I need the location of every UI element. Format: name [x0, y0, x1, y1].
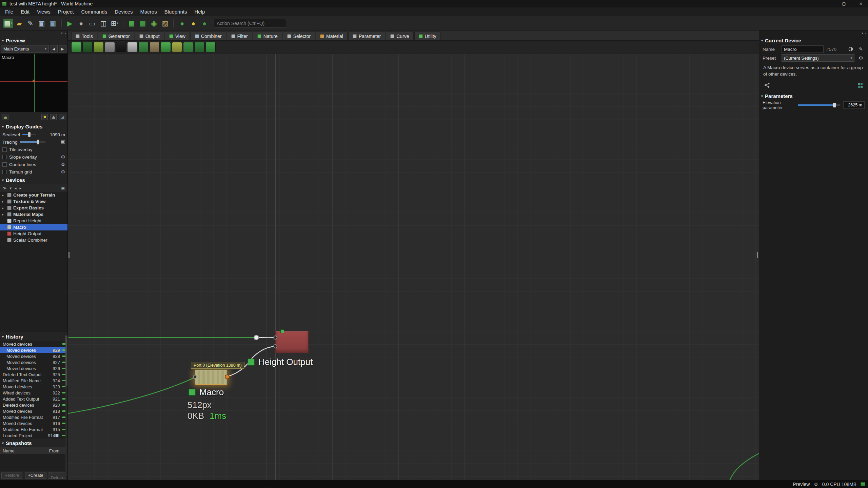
- sealevel-slider[interactable]: [22, 134, 36, 135]
- elevation-parameter-slider[interactable]: [798, 104, 841, 106]
- macro-node[interactable]: [195, 370, 227, 385]
- palette-device-tile[interactable]: [161, 42, 171, 52]
- input-port[interactable]: [273, 344, 277, 348]
- terrain-view-icon[interactable]: [2, 114, 8, 120]
- sidebar-item-export-basics[interactable]: ▸ Export Basics: [0, 205, 67, 211]
- palette-device-tile[interactable]: [183, 42, 193, 52]
- action-search-input[interactable]: [214, 19, 286, 28]
- history-section-header[interactable]: ▾ History: [0, 332, 67, 341]
- render-camera-icon[interactable]: ◉ ▾: [149, 19, 159, 28]
- palette-device-tile[interactable]: [71, 42, 81, 52]
- tree-expand-icon[interactable]: ▸: [2, 206, 5, 210]
- menu-item[interactable]: Macros: [137, 9, 161, 15]
- macro-library-icon[interactable]: [856, 82, 864, 89]
- tile-grid-icon[interactable]: ▦ ▾: [138, 19, 147, 28]
- sidebar-item-create-your-terrain[interactable]: ▸ Create your Terrain: [0, 192, 67, 198]
- slope-shade-icon[interactable]: [59, 114, 65, 120]
- split-view-icon[interactable]: ◫ ▾: [99, 19, 108, 28]
- menu-item[interactable]: Blueprints: [161, 9, 191, 15]
- preview-viewport[interactable]: Macro ✕: [0, 54, 67, 112]
- sidebar-item-macro[interactable]: ▸ Macro: [0, 224, 67, 230]
- sidebar-item-material-maps[interactable]: ▸ Material Maps: [0, 211, 67, 218]
- tab-utility[interactable]: Utility: [414, 32, 441, 40]
- panel-pin-icon[interactable]: ▪: [865, 32, 866, 35]
- toolbar-separator[interactable]: ▾: [61, 19, 62, 27]
- tree-expand-icon[interactable]: ▸: [2, 194, 5, 197]
- slope-overlay-settings-icon[interactable]: ⚙: [61, 154, 65, 160]
- panel-pin-icon[interactable]: ▪: [65, 32, 66, 35]
- node-graph-canvas[interactable]: Height Output Port 0 (Elevation 1380 m) …: [68, 54, 759, 480]
- build-icon[interactable]: ▶ ▾: [65, 19, 75, 28]
- preview-section-header[interactable]: ▾ Preview: [0, 36, 67, 45]
- palette-device-tile[interactable]: [150, 42, 160, 52]
- current-device-header[interactable]: ▾ Current Device: [759, 36, 868, 45]
- material-sphere-icon[interactable]: ● ▾: [189, 19, 198, 28]
- history-row[interactable]: Deleted devices 920: [0, 402, 67, 408]
- panel-collapse-icon[interactable]: ▾: [862, 32, 863, 35]
- sidebar-item-scalar-combiner[interactable]: ▸ Scalar Combiner: [0, 237, 67, 243]
- tab-combiner[interactable]: Combiner: [191, 32, 226, 40]
- tab-parameter[interactable]: Parameter: [348, 32, 385, 40]
- palette-device-tile[interactable]: [82, 42, 93, 52]
- photo-icon[interactable]: ▨ ▾: [160, 19, 170, 28]
- tab-nature[interactable]: Nature: [253, 32, 282, 40]
- history-row[interactable]: Loaded Project 914: [0, 432, 67, 439]
- preset-settings-icon[interactable]: ⚙: [857, 54, 865, 62]
- extent-selector[interactable]: Main Extents ▾: [1, 45, 49, 53]
- forward-icon[interactable]: ▸: [20, 186, 22, 190]
- history-row[interactable]: Moved devices 918: [0, 408, 67, 414]
- terrain-grid-checkbox[interactable]: [2, 170, 7, 174]
- layout-view-icon[interactable]: ▭ ▾: [87, 19, 97, 28]
- slope-overlay-checkbox[interactable]: [2, 155, 7, 159]
- world-icon[interactable]: ● ▾: [76, 19, 86, 28]
- tab-curve[interactable]: Curve: [386, 32, 413, 40]
- palette-device-tile[interactable]: [105, 42, 115, 52]
- lock-layout-icon[interactable]: ▣: [61, 186, 65, 190]
- device-name-input[interactable]: [782, 45, 824, 53]
- palette-device-tile[interactable]: [205, 42, 216, 52]
- snapshots-list[interactable]: [0, 454, 67, 471]
- toolbar-separator[interactable]: ▾: [123, 19, 123, 27]
- sidebar-item-report-height[interactable]: ▸ Report Height: [0, 218, 67, 224]
- open-project-icon[interactable]: ▰ ▾: [15, 19, 24, 28]
- output-port[interactable]: [225, 374, 230, 379]
- menu-item[interactable]: Views: [33, 9, 54, 15]
- history-row[interactable]: Moved devices 927: [0, 359, 67, 365]
- input-port[interactable]: [193, 375, 197, 379]
- tab-generator[interactable]: Generator: [98, 32, 134, 40]
- tree-expand-icon[interactable]: ▸: [2, 200, 5, 203]
- share-icon[interactable]: [763, 82, 771, 89]
- preview-sphere-icon[interactable]: ● ▾: [177, 19, 187, 28]
- mesh-sphere-icon[interactable]: ● ▾: [200, 19, 209, 28]
- collapse-all-icon[interactable]: ▾: [10, 186, 12, 190]
- toolbar-separator[interactable]: ▾: [173, 19, 174, 27]
- node-input-pip[interactable]: [280, 329, 284, 333]
- edit-project-icon[interactable]: ✎ ▾: [26, 19, 35, 28]
- preset-dropdown[interactable]: (Current Settings) ▾: [782, 54, 854, 62]
- grid-view-icon[interactable]: ⊞ ▾: [110, 19, 119, 28]
- lighting-icon[interactable]: [41, 114, 48, 120]
- history-row[interactable]: Wired devices 922: [0, 390, 67, 396]
- menu-item[interactable]: Project: [54, 9, 78, 15]
- tab-output[interactable]: Output: [135, 32, 164, 40]
- tab-filter[interactable]: Filter: [227, 32, 252, 40]
- expand-all-icon[interactable]: ≫: [3, 186, 7, 190]
- elevation-shade-icon[interactable]: [50, 114, 57, 120]
- back-icon[interactable]: ◂: [15, 186, 17, 190]
- contour-lines-checkbox[interactable]: [2, 162, 7, 167]
- history-row[interactable]: Moved devices 926: [0, 365, 67, 371]
- minimize-button[interactable]: —: [820, 0, 834, 7]
- history-row[interactable]: Added Text Output 921: [0, 396, 67, 402]
- close-button[interactable]: ✕: [854, 0, 868, 7]
- display-guides-header[interactable]: ▾ Display Guides: [0, 122, 67, 131]
- panel-collapse-icon[interactable]: ▾: [61, 32, 63, 35]
- edit-name-icon[interactable]: ✎: [857, 45, 865, 53]
- save-as-icon[interactable]: ▣ ▾: [48, 19, 58, 28]
- parameters-header[interactable]: ▾ Parameters: [759, 92, 868, 101]
- menu-item[interactable]: Devices: [111, 9, 136, 15]
- tree-expand-icon[interactable]: ▸: [2, 213, 5, 216]
- tiled-build-icon[interactable]: ▦ ▾: [127, 19, 136, 28]
- snapshots-section-header[interactable]: ▾ Snapshots: [0, 439, 67, 447]
- palette-device-tile[interactable]: [116, 42, 126, 52]
- terrain-grid-settings-icon[interactable]: ⚙: [61, 169, 65, 175]
